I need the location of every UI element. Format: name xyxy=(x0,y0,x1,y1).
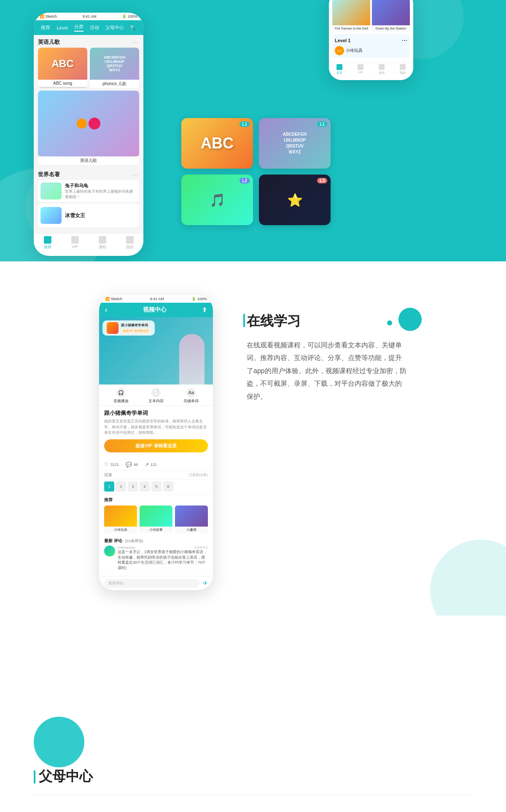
abc-song-item[interactable]: ABC ABC song xyxy=(38,48,87,88)
farmer-card[interactable]: The Farmer in the Dell xyxy=(332,0,370,32)
search-icon[interactable]: 🔍 xyxy=(130,25,136,30)
comment-body: Dakedesign 2018-5-1 这是一名字让，1周全世界孩子都爱的小猪佩… xyxy=(118,546,208,570)
peppa-title-text: 跟小猪佩奇学单词 超值VIP 省钱看这里 xyxy=(121,323,151,333)
tuzi-item[interactable]: 兔子和乌龟 世界上最快的兔子和世界上最慢的乌龟要赛跑啦！ xyxy=(38,180,139,202)
rec-card-3[interactable]: 小趣闻 xyxy=(175,505,208,533)
text-content-btn[interactable]: 📄 文本内容 xyxy=(148,388,164,404)
large-card-star[interactable]: ⭐ L3 xyxy=(259,175,331,225)
comment-header-text: 最新 评论 xyxy=(104,538,122,543)
nav-item-recommend[interactable]: 推荐 xyxy=(41,24,50,31)
pr-nav-news[interactable]: 资讯 xyxy=(379,64,385,75)
keyword-btn[interactable]: Aa 关键单词 xyxy=(183,388,199,404)
pr-mine-label: 我的 xyxy=(400,71,406,75)
text-icon: 📄 xyxy=(151,388,161,397)
comment-input-row: 发表评论 ✈ xyxy=(99,576,213,590)
pr-nav-mine[interactable]: 我的 xyxy=(400,64,406,75)
comment-user: Dakedesign xyxy=(118,546,135,549)
abc-thumb: ABC xyxy=(38,48,87,80)
section2-more-dots[interactable]: ··· xyxy=(132,171,139,178)
pr-mine-icon xyxy=(400,64,406,70)
like-count: 3121 xyxy=(110,462,119,467)
bottom-deco-circle-1 xyxy=(34,641,110,717)
xiaolin-row[interactable]: L1 小伶玩具 xyxy=(335,46,407,55)
bottom-nav-mine[interactable]: 我的 xyxy=(126,236,134,250)
songs-row: ABC ABC song ABCDEFGHIJKLMNOPQRSTUVWXYZ … xyxy=(38,48,139,88)
phone2-header-title: 视频中心 xyxy=(143,306,167,314)
level1-title: Level 1 xyxy=(335,38,350,43)
tuzi-thumb xyxy=(40,183,62,199)
ep-5[interactable]: 5 xyxy=(151,481,161,492)
bottom-nav-recommend[interactable]: 推荐 xyxy=(44,236,51,250)
section-middle-inner: 📶 Sketch 9:41 AM 🔋 100% ‹ 视频中心 ⬆ 跟小猪佩奇学单… xyxy=(0,287,506,590)
section2-title: 世界名著 xyxy=(38,171,60,178)
phone2-battery: 🔋 100% xyxy=(191,297,207,301)
like-stat[interactable]: ♡ 3121 xyxy=(104,462,119,468)
headphone-icon: 🎧 xyxy=(116,388,126,397)
yingyu-item[interactable]: 英语儿歌 xyxy=(38,91,139,165)
rec-thumb-1 xyxy=(104,505,137,527)
large-cards-area: ABC L1 ABCDEFGHIJKLMNOPQRSTUVWXYZ L1 🎵 L… xyxy=(181,118,331,225)
text-label: 文本内容 xyxy=(148,398,164,404)
ep-2[interactable]: 2 xyxy=(116,481,126,492)
phonics-item[interactable]: ABCDEFGHIJKLMNOPQRSTUVWXYZ phonics 儿歌 xyxy=(90,48,139,88)
yingyu-row: 英语儿歌 xyxy=(38,91,139,165)
audio-play-btn[interactable]: 🎧 音频播放 xyxy=(113,388,129,404)
bottom-nav-courses[interactable]: 课程 xyxy=(99,236,106,250)
farmer-label: The Farmer in the Dell xyxy=(332,25,370,32)
bottom-label-mine: 我的 xyxy=(126,245,134,250)
vip-button[interactable]: 超值VIP 省钱看这里 xyxy=(104,439,208,452)
bottom-nav-vip[interactable]: VIP xyxy=(71,236,79,250)
audio-label: 音频播放 xyxy=(113,398,129,404)
section1-more-dots[interactable]: ··· xyxy=(132,39,139,46)
ep-6[interactable]: 6 xyxy=(163,481,173,492)
level1-more[interactable]: ··· xyxy=(402,37,407,44)
share-icon[interactable]: ⬆ xyxy=(202,307,207,313)
comment-date: 2018-5-1 xyxy=(194,546,208,549)
bingxue-item[interactable]: 冰雪女王 xyxy=(38,204,139,227)
badge-l1-abc: L1 xyxy=(240,121,250,127)
mine-icon xyxy=(126,236,134,244)
pr-news-icon xyxy=(379,64,385,70)
phone-content-left: 英语儿歌 ··· ABC ABC song ABCDEFGHIJKLMNOPQR… xyxy=(34,35,143,233)
large-card-abc[interactable]: ABC L1 xyxy=(181,118,253,169)
pr-nav-vip[interactable]: VIP xyxy=(358,64,363,75)
ep-4[interactable]: 4 xyxy=(140,481,150,492)
xiaolin-label: 小伶玩具 xyxy=(346,48,363,54)
xiaolin-icon: L1 xyxy=(335,46,344,55)
rec-card-1[interactable]: 小伶玩具 xyxy=(104,505,137,533)
nav-item-level[interactable]: Level xyxy=(57,25,67,30)
peppa-title-overlay: 跟小猪佩奇学单词 超值VIP 省钱看这里 xyxy=(102,320,155,336)
stats-row: ♡ 3121 💬 99 ↗ 121 xyxy=(99,459,213,471)
large-card-phonics[interactable]: ABCDEFGHIJKLMNOPQRSTUVWXYZ L1 xyxy=(259,118,331,169)
station-thumb xyxy=(372,0,410,25)
updated-text: 已更新(分集) xyxy=(189,473,208,477)
nav-item-activity[interactable]: 活动 xyxy=(90,24,99,31)
bottom-title: 父母中心 xyxy=(34,767,472,786)
filter-header-row: 过滤 已更新(分集) xyxy=(99,471,213,480)
courses-icon xyxy=(99,236,106,244)
comment-input[interactable]: 发表评论 xyxy=(104,579,199,588)
nav-item-parent[interactable]: 父母中心 xyxy=(105,24,124,31)
send-icon[interactable]: ✈ xyxy=(203,580,208,586)
rec-card-2[interactable]: 小伶故事 xyxy=(140,505,172,533)
ep-3[interactable]: 3 xyxy=(128,481,138,492)
bingxue-name: 冰雪女王 xyxy=(65,212,85,219)
comment-count-label: (24条评论) xyxy=(125,539,143,543)
phonics-label: phonics 儿歌 xyxy=(90,80,139,88)
comment-stat[interactable]: 💬 99 xyxy=(126,462,138,468)
tuzi-info: 兔子和乌龟 世界上最快的兔子和世界上最慢的乌龟要赛跑啦！ xyxy=(65,183,137,199)
section-middle: 📶 Sketch 9:41 AM 🔋 100% ‹ 视频中心 ⬆ 跟小猪佩奇学单… xyxy=(0,261,506,616)
phone2-video-area[interactable]: 跟小猪佩奇学单词 超值VIP 省钱看这里 xyxy=(99,317,213,384)
large-card-music[interactable]: 🎵 L2 xyxy=(181,175,253,225)
share-stat[interactable]: ↗ 121 xyxy=(145,462,157,468)
bottom-deco-circle-2 xyxy=(34,717,84,767)
keyword-label: 关键单词 xyxy=(183,398,199,404)
back-arrow-icon[interactable]: ‹ xyxy=(105,306,107,314)
station-card[interactable]: Down By the Station xyxy=(372,0,410,32)
pr-nav-home[interactable]: 首页 xyxy=(336,64,342,75)
farmer-cards-row: The Farmer in the Dell Down By the Stati… xyxy=(332,0,410,32)
ep-1[interactable]: 1 xyxy=(104,481,114,492)
nav-item-category[interactable]: 分类 xyxy=(74,24,83,32)
section-bottom: 父母中心 xyxy=(0,616,506,812)
pr-home-label: 首页 xyxy=(336,71,342,75)
